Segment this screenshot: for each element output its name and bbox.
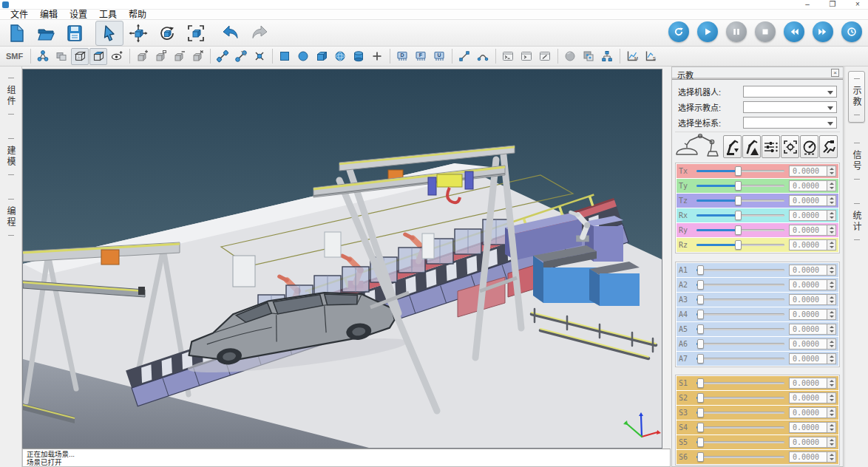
a4-spinner[interactable] <box>827 309 836 320</box>
robot-cartesian-jog-button[interactable] <box>723 135 742 158</box>
box-shape-button[interactable] <box>313 48 330 65</box>
a5-value[interactable]: 0.0000 <box>789 324 827 335</box>
console-edit-button[interactable] <box>536 48 554 65</box>
pause-button[interactable] <box>726 21 747 42</box>
menu-tools[interactable]: 工具 <box>93 10 123 20</box>
a2-value[interactable]: 0.0000 <box>789 279 827 290</box>
a7-slider[interactable] <box>696 353 784 364</box>
rz-slider[interactable] <box>696 239 784 250</box>
a3-value[interactable]: 0.0000 <box>789 294 827 305</box>
slider-handle[interactable] <box>697 324 704 334</box>
a6-value[interactable]: 0.0000 <box>789 338 827 350</box>
a5-slider[interactable] <box>696 324 784 335</box>
a1-value[interactable]: 0.0000 <box>789 265 827 276</box>
square-shape-button[interactable] <box>276 48 294 65</box>
chip-f-button[interactable]: F <box>412 48 430 65</box>
slider-handle[interactable] <box>697 339 704 349</box>
slider-handle[interactable] <box>697 408 704 417</box>
restore-button[interactable]: ❐ <box>822 0 843 10</box>
slider-handle[interactable] <box>735 181 742 191</box>
tx-value[interactable]: 0.0000 <box>789 166 827 177</box>
rotate-tool-button[interactable] <box>153 21 181 46</box>
s4-slider[interactable] <box>696 422 784 433</box>
axis-sliders-button[interactable] <box>762 135 780 158</box>
slider-handle[interactable] <box>735 240 742 250</box>
ty-value[interactable]: 0.0000 <box>789 180 827 191</box>
wireframe-view-button[interactable] <box>71 48 89 65</box>
a3-slider[interactable] <box>696 294 784 305</box>
tz-value[interactable]: 0.0000 <box>789 195 827 206</box>
a6-spinner[interactable] <box>827 338 836 350</box>
viewport-3d-scene[interactable] <box>22 69 662 449</box>
slider-handle[interactable] <box>735 166 742 176</box>
minimize-button[interactable]: – <box>797 0 818 10</box>
slider-handle[interactable] <box>697 295 704 304</box>
frame-select[interactable] <box>743 117 837 129</box>
ry-spinner[interactable] <box>827 225 836 236</box>
s1-spinner[interactable] <box>827 378 836 389</box>
axis-rotary-button[interactable] <box>232 48 250 65</box>
tz-spinner[interactable] <box>827 195 836 206</box>
tx-spinner[interactable] <box>827 166 836 177</box>
tx-slider[interactable] <box>696 166 784 177</box>
layers-button[interactable] <box>580 48 597 65</box>
plus-button[interactable] <box>368 48 386 65</box>
panel-close-button[interactable]: × <box>831 69 839 77</box>
axis-linear-button[interactable] <box>214 48 231 65</box>
a7-spinner[interactable] <box>827 353 836 364</box>
arc-segment-button[interactable] <box>474 48 492 65</box>
menu-edit[interactable]: 编辑 <box>34 10 64 20</box>
slider-handle[interactable] <box>697 378 704 388</box>
s2-spinner[interactable] <box>827 392 836 403</box>
slider-handle[interactable] <box>697 354 704 364</box>
slider-handle[interactable] <box>697 437 704 447</box>
chip-d-button[interactable]: D <box>393 48 411 65</box>
s5-spinner[interactable] <box>827 437 836 448</box>
s3-spinner[interactable] <box>827 407 836 418</box>
locate-tcp-button[interactable] <box>781 135 799 158</box>
slider-handle[interactable] <box>697 310 704 319</box>
reset-button[interactable] <box>668 21 689 42</box>
cube-copy-button[interactable] <box>152 48 169 65</box>
tab-statistics[interactable]: 统计 <box>850 200 863 244</box>
circle-shape-button[interactable] <box>294 48 312 65</box>
axis-fixed-button[interactable] <box>251 48 268 65</box>
console-run-button[interactable] <box>499 48 517 65</box>
rz-value[interactable]: 0.0000 <box>789 239 827 250</box>
cube-delete-button[interactable] <box>189 48 206 65</box>
a2-slider[interactable] <box>696 279 784 290</box>
s2-slider[interactable] <box>696 392 784 403</box>
ry-value[interactable]: 0.0000 <box>789 225 827 236</box>
robot-joint-jog-button[interactable] <box>742 135 761 158</box>
a3-spinner[interactable] <box>827 294 836 305</box>
chart-s-button[interactable]: S <box>642 48 660 65</box>
shaded-wire-view-button[interactable] <box>89 48 107 65</box>
a1-spinner[interactable] <box>827 265 836 276</box>
s3-slider[interactable] <box>696 407 784 418</box>
a2-spinner[interactable] <box>827 279 836 290</box>
redo-button[interactable] <box>245 21 274 46</box>
tree-links-button[interactable] <box>598 48 616 65</box>
close-button[interactable]: × <box>847 0 868 10</box>
slider-handle[interactable] <box>735 196 742 205</box>
gripper-button[interactable] <box>819 135 838 158</box>
slider-handle[interactable] <box>697 265 704 275</box>
slider-handle[interactable] <box>697 280 704 290</box>
chart-m-button[interactable]: M <box>623 48 641 65</box>
chip-u-button[interactable]: U <box>430 48 448 65</box>
menu-file[interactable]: 文件 <box>4 10 34 20</box>
rx-value[interactable]: 0.0000 <box>789 210 827 221</box>
move-tool-button[interactable] <box>124 21 152 46</box>
s5-value[interactable]: 0.0000 <box>789 437 827 448</box>
stop-button[interactable] <box>755 21 776 42</box>
menu-help[interactable]: 帮助 <box>123 10 152 20</box>
tab-signals[interactable]: 信号 <box>850 139 863 183</box>
play-button[interactable] <box>697 21 718 42</box>
ty-spinner[interactable] <box>827 180 836 191</box>
ry-slider[interactable] <box>696 225 784 236</box>
cube-cut-button[interactable] <box>170 48 188 65</box>
a6-slider[interactable] <box>696 338 784 350</box>
tab-programming[interactable]: 编程 <box>4 195 17 239</box>
line-segment-button[interactable] <box>455 48 473 65</box>
undo-button[interactable] <box>217 21 245 46</box>
